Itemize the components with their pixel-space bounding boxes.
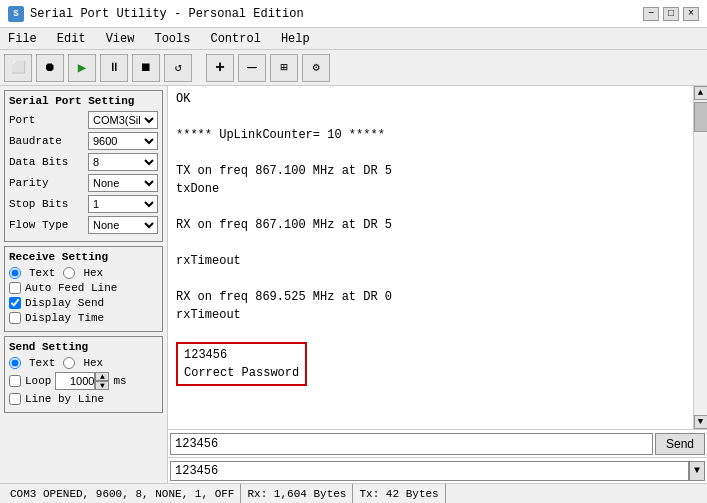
send-input-row: Send — [168, 429, 707, 457]
toolbar-stop[interactable]: ⏹ — [132, 54, 160, 82]
app-icon: S — [8, 6, 24, 22]
parity-label: Parity — [9, 177, 69, 189]
line-by-line-label: Line by Line — [25, 393, 104, 405]
ms-label: ms — [113, 375, 126, 387]
flowtype-row: Flow Type None — [9, 216, 158, 234]
loop-row: Loop ▲ ▼ ms — [9, 372, 158, 390]
left-panel: Serial Port Setting Port COM3(Sil Baudra… — [0, 86, 168, 483]
output-line-blank6 — [176, 324, 685, 342]
loop-spin-down[interactable]: ▼ — [95, 381, 109, 390]
serial-port-setting-title: Serial Port Setting — [9, 95, 158, 107]
highlighted-block: 123456 Correct Password — [176, 342, 307, 386]
auto-feed-line-row: Auto Feed Line — [9, 282, 158, 294]
send-mode-row: Text Hex — [9, 357, 158, 369]
toolbar-windows[interactable]: ⊞ — [270, 54, 298, 82]
display-send-row: Display Send — [9, 297, 158, 309]
toolbar: ⬜ ⏺ ▶ ⏸ ⏹ ↺ + — ⊞ ⚙ — [0, 50, 707, 86]
serial-port-setting-section: Serial Port Setting Port COM3(Sil Baudra… — [4, 90, 163, 242]
highlighted-line-1: 123456 — [184, 346, 299, 364]
line-by-line-checkbox[interactable] — [9, 393, 21, 405]
loop-spin-up[interactable]: ▲ — [95, 372, 109, 381]
output-area: OK ***** UpLinkCounter= 10 ***** TX on f… — [168, 86, 693, 429]
send-setting-section: Send Setting Text Hex Loop ▲ ▼ — [4, 336, 163, 413]
output-line-rxtimeout1: rxTimeout — [176, 252, 685, 270]
stopbits-select[interactable]: 1 — [88, 195, 158, 213]
output-line-blank4 — [176, 234, 685, 252]
toolbar-refresh[interactable]: ↺ — [164, 54, 192, 82]
baudrate-label: Baudrate — [9, 135, 69, 147]
receive-text-radio[interactable] — [9, 267, 21, 279]
receive-text-label: Text — [29, 267, 55, 279]
toolbar-play[interactable]: ▶ — [68, 54, 96, 82]
minimize-button[interactable]: − — [643, 7, 659, 21]
maximize-button[interactable]: □ — [663, 7, 679, 21]
send-hex-radio[interactable] — [63, 357, 75, 369]
menu-view[interactable]: View — [102, 31, 139, 47]
flowtype-select[interactable]: None — [88, 216, 158, 234]
bottom-dropdown-arrow[interactable]: ▼ — [689, 461, 705, 481]
display-time-checkbox[interactable] — [9, 312, 21, 324]
send-button[interactable]: Send — [655, 433, 705, 455]
status-tx: Tx: 42 Bytes — [353, 484, 445, 503]
toolbar-new[interactable]: ⬜ — [4, 54, 32, 82]
output-line-txdone: txDone — [176, 180, 685, 198]
output-line-rx1: RX on freq 867.100 MHz at DR 5 — [176, 216, 685, 234]
toolbar-add[interactable]: + — [206, 54, 234, 82]
send-input[interactable] — [170, 433, 653, 455]
databits-label: Data Bits — [9, 156, 69, 168]
baudrate-select[interactable]: 9600 — [88, 132, 158, 150]
app-title: Serial Port Utility - Personal Edition — [30, 7, 304, 21]
line-by-line-row: Line by Line — [9, 393, 158, 405]
menu-edit[interactable]: Edit — [53, 31, 90, 47]
loop-label: Loop — [25, 375, 51, 387]
menu-file[interactable]: File — [4, 31, 41, 47]
parity-row: Parity None — [9, 174, 158, 192]
status-rx: Rx: 1,604 Bytes — [241, 484, 353, 503]
display-send-label: Display Send — [25, 297, 104, 309]
receive-hex-label: Hex — [83, 267, 103, 279]
baudrate-row: Baudrate 9600 — [9, 132, 158, 150]
loop-input[interactable] — [55, 372, 95, 390]
highlighted-line-2: Correct Password — [184, 364, 299, 382]
bottom-input[interactable] — [170, 461, 689, 481]
output-line-tx: TX on freq 867.100 MHz at DR 5 — [176, 162, 685, 180]
display-time-label: Display Time — [25, 312, 104, 324]
send-text-radio[interactable] — [9, 357, 21, 369]
display-send-checkbox[interactable] — [9, 297, 21, 309]
output-line-blank2 — [176, 144, 685, 162]
output-container: OK ***** UpLinkCounter= 10 ***** TX on f… — [168, 86, 707, 429]
stopbits-label: Stop Bits — [9, 198, 69, 210]
receive-mode-row: Text Hex — [9, 267, 158, 279]
scroll-thumb[interactable] — [694, 102, 708, 132]
title-bar: S Serial Port Utility - Personal Edition… — [0, 0, 707, 28]
parity-select[interactable]: None — [88, 174, 158, 192]
toolbar-pause[interactable]: ⏸ — [100, 54, 128, 82]
scroll-up-arrow[interactable]: ▲ — [694, 86, 708, 100]
menu-control[interactable]: Control — [206, 31, 264, 47]
menu-tools[interactable]: Tools — [150, 31, 194, 47]
output-line-blank3 — [176, 198, 685, 216]
scroll-track[interactable] — [694, 100, 708, 415]
output-line-uplink: ***** UpLinkCounter= 10 ***** — [176, 126, 685, 144]
toolbar-record[interactable]: ⏺ — [36, 54, 64, 82]
databits-select[interactable]: 8 — [88, 153, 158, 171]
send-hex-label: Hex — [83, 357, 103, 369]
scroll-down-arrow[interactable]: ▼ — [694, 415, 708, 429]
toolbar-settings[interactable]: ⚙ — [302, 54, 330, 82]
toolbar-separator-btn[interactable]: — — [238, 54, 266, 82]
output-line-ok: OK — [176, 90, 685, 108]
loop-checkbox[interactable] — [9, 375, 21, 387]
loop-spinner: ▲ ▼ — [55, 372, 109, 390]
window-controls: − □ × — [643, 7, 699, 21]
output-scrollbar[interactable]: ▲ ▼ — [693, 86, 707, 429]
output-line-rx2: RX on freq 869.525 MHz at DR 0 — [176, 288, 685, 306]
port-label: Port — [9, 114, 69, 126]
receive-hex-radio[interactable] — [63, 267, 75, 279]
bottom-input-row: ▼ — [168, 457, 707, 483]
menu-help[interactable]: Help — [277, 31, 314, 47]
close-button[interactable]: × — [683, 7, 699, 21]
auto-feed-line-label: Auto Feed Line — [25, 282, 117, 294]
port-select[interactable]: COM3(Sil — [88, 111, 158, 129]
auto-feed-line-checkbox[interactable] — [9, 282, 21, 294]
flowtype-label: Flow Type — [9, 219, 69, 231]
